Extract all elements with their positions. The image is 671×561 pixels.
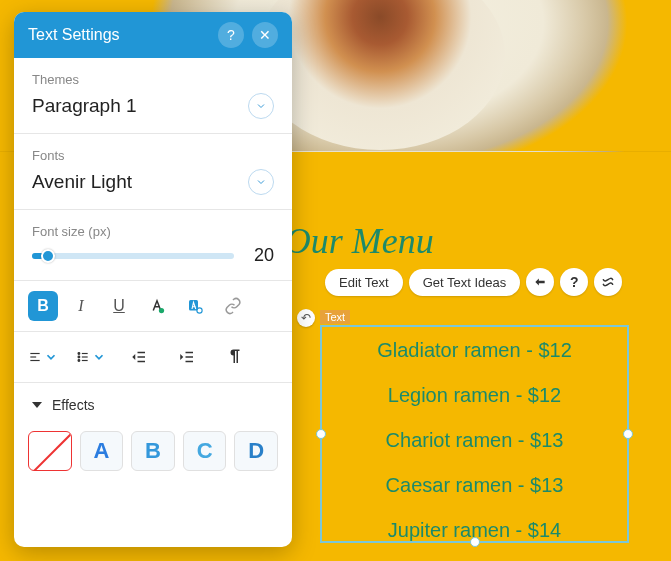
list-item[interactable]: Legion ramen - $12 [388,384,561,407]
effects-toggle[interactable]: Effects [14,383,292,427]
edit-text-button[interactable]: Edit Text [325,269,403,296]
font-size-section: Font size (px) 20 [14,210,292,281]
themes-section: Themes Paragraph 1 [14,58,292,134]
list-item[interactable]: Chariot ramen - $13 [386,429,564,452]
italic-button[interactable]: I [66,291,96,321]
font-size-label: Font size (px) [32,224,274,239]
highlight-button[interactable] [180,291,210,321]
chevron-down-icon [32,402,42,408]
menu-items-list: Gladiator ramen - $12 Legion ramen - $12… [322,327,627,542]
get-text-ideas-button[interactable]: Get Text Ideas [409,269,521,296]
effect-swatches: A B C D [14,427,292,475]
bold-button[interactable]: B [28,291,58,321]
context-toolbar: Edit Text Get Text Ideas ? [325,268,622,296]
underline-button[interactable]: U [104,291,134,321]
font-value[interactable]: Avenir Light [32,171,132,193]
help-icon[interactable]: ? [560,268,588,296]
theme-dropdown-icon[interactable] [248,93,274,119]
animations-icon[interactable] [526,268,554,296]
font-dropdown-icon[interactable] [248,169,274,195]
list-item[interactable]: Caesar ramen - $13 [386,474,564,497]
svg-point-8 [78,356,80,358]
help-icon[interactable]: ? [218,22,244,48]
svg-point-0 [159,308,164,313]
font-size-slider[interactable] [32,253,234,259]
theme-value[interactable]: Paragraph 1 [32,95,137,117]
list-item[interactable]: Gladiator ramen - $12 [377,339,572,362]
effects-label: Effects [52,397,95,413]
format-toolbar: B I U [14,281,292,332]
outdent-button[interactable] [124,342,154,372]
link-button[interactable] [218,291,248,321]
more-icon[interactable] [594,268,622,296]
resize-handle-left[interactable] [316,429,326,439]
paragraph-toolbar [14,332,292,383]
indent-button[interactable] [172,342,202,372]
element-type-tag: Text [320,310,350,324]
svg-point-6 [78,353,80,355]
panel-header: Text Settings ? ✕ [14,12,292,58]
themes-label: Themes [32,72,274,87]
text-settings-panel: Text Settings ? ✕ Themes Paragraph 1 Fon… [14,12,292,547]
rtl-button[interactable] [220,342,250,372]
effect-a[interactable]: A [80,431,124,471]
close-icon[interactable]: ✕ [252,22,278,48]
fonts-label: Fonts [32,148,274,163]
align-button[interactable] [28,342,58,372]
selected-text-box[interactable]: Gladiator ramen - $12 Legion ramen - $12… [320,325,629,543]
panel-title: Text Settings [28,26,120,44]
resize-handle-right[interactable] [623,429,633,439]
bullets-button[interactable] [76,342,106,372]
text-color-button[interactable] [142,291,172,321]
slider-thumb[interactable] [41,249,55,263]
menu-heading[interactable]: Our Menu [285,220,434,262]
effect-b[interactable]: B [131,431,175,471]
effect-d[interactable]: D [234,431,278,471]
fonts-section: Fonts Avenir Light [14,134,292,210]
resize-handle-bottom[interactable] [470,537,480,547]
undo-icon[interactable]: ↶ [297,309,315,327]
font-size-value[interactable]: 20 [246,245,274,266]
svg-point-2 [197,308,202,313]
effect-c[interactable]: C [183,431,227,471]
svg-point-10 [78,360,80,362]
effect-none[interactable] [28,431,72,471]
